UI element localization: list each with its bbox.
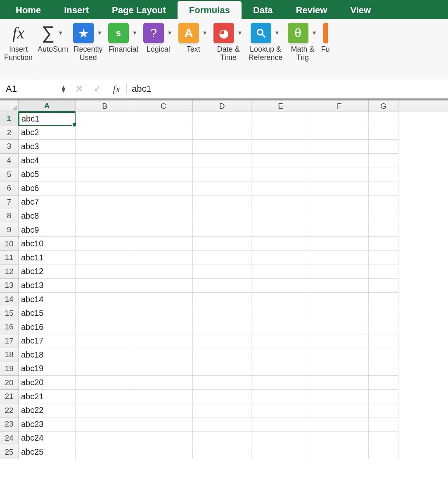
cell-C24[interactable]	[134, 432, 193, 446]
cell-G11[interactable]	[369, 251, 398, 265]
cell-B11[interactable]	[76, 251, 134, 265]
cell-G17[interactable]	[369, 334, 398, 348]
cell-E10[interactable]	[251, 237, 310, 251]
row-header-21[interactable]: 21	[0, 390, 19, 404]
cell-F24[interactable]	[310, 432, 369, 446]
cell-E22[interactable]	[251, 403, 310, 417]
cell-B15[interactable]	[76, 306, 134, 320]
tab-formulas[interactable]: Formulas	[178, 1, 242, 19]
row-header-23[interactable]: 23	[0, 417, 19, 432]
cell-A16[interactable]: abc16	[19, 320, 76, 334]
cell-G23[interactable]	[369, 417, 398, 432]
text-button[interactable]: A ▼ Text	[176, 21, 211, 77]
cell-C19[interactable]	[134, 362, 193, 376]
cell-A9[interactable]: abc9	[19, 223, 76, 237]
cell-C21[interactable]	[134, 390, 193, 404]
cell-F16[interactable]	[310, 320, 369, 334]
cell-A14[interactable]: abc14	[19, 293, 76, 307]
cell-E12[interactable]	[251, 265, 310, 279]
row-header-18[interactable]: 18	[0, 348, 19, 362]
cell-A5[interactable]: abc5	[19, 167, 76, 181]
cell-A21[interactable]: abc21	[19, 390, 76, 404]
column-header-B[interactable]: B	[76, 100, 134, 112]
cell-E15[interactable]	[251, 306, 310, 320]
cell-C5[interactable]	[134, 167, 193, 181]
row-header-20[interactable]: 20	[0, 376, 19, 390]
row-header-2[interactable]: 2	[0, 126, 19, 140]
cell-E3[interactable]	[251, 140, 310, 154]
autosum-button[interactable]: ∑ ▼ AutoSum	[35, 21, 71, 77]
select-all-corner[interactable]	[0, 100, 19, 112]
row-header-5[interactable]: 5	[0, 167, 19, 181]
chevron-down-icon[interactable]: ▼	[166, 28, 173, 38]
row-header-11[interactable]: 11	[0, 251, 19, 265]
cell-C13[interactable]	[134, 279, 193, 293]
cell-D24[interactable]	[193, 432, 251, 446]
tab-insert[interactable]: Insert	[52, 1, 100, 19]
cell-G19[interactable]	[369, 362, 398, 376]
cell-B16[interactable]	[76, 320, 134, 334]
cell-D25[interactable]	[193, 445, 251, 459]
cell-C4[interactable]	[134, 154, 193, 168]
cell-C6[interactable]	[134, 181, 193, 196]
cell-B3[interactable]	[76, 140, 134, 154]
cell-D12[interactable]	[193, 265, 251, 279]
cell-B13[interactable]	[76, 279, 134, 293]
insert-function-group[interactable]: fx Insert Function	[2, 21, 35, 77]
row-header-1[interactable]: 1	[0, 112, 19, 126]
cell-G20[interactable]	[369, 376, 398, 390]
column-header-E[interactable]: E	[251, 100, 310, 112]
cell-D10[interactable]	[193, 237, 251, 251]
cell-D11[interactable]	[193, 251, 251, 265]
row-header-7[interactable]: 7	[0, 196, 19, 210]
cell-A6[interactable]: abc6	[19, 181, 76, 196]
financial-button[interactable]: s ▼ Financial	[106, 21, 141, 77]
cell-D5[interactable]	[193, 167, 251, 181]
cell-D22[interactable]	[193, 403, 251, 417]
cell-A7[interactable]: abc7	[19, 196, 76, 210]
name-box-stepper[interactable]: ▲▼	[60, 86, 66, 93]
row-header-24[interactable]: 24	[0, 432, 19, 446]
cell-B21[interactable]	[76, 390, 134, 404]
cell-B23[interactable]	[76, 417, 134, 432]
cell-E24[interactable]	[251, 432, 310, 446]
cell-G1[interactable]	[369, 112, 398, 126]
lookup-reference-button[interactable]: ▼ Lookup & Reference	[246, 21, 285, 77]
cell-B25[interactable]	[76, 445, 134, 459]
cell-F6[interactable]	[310, 181, 369, 196]
tab-home[interactable]: Home	[4, 1, 52, 19]
cell-E20[interactable]	[251, 376, 310, 390]
chevron-down-icon[interactable]: ▼	[57, 28, 64, 38]
cell-C17[interactable]	[134, 334, 193, 348]
cell-D2[interactable]	[193, 126, 251, 140]
tab-review[interactable]: Review	[284, 1, 339, 19]
cell-B9[interactable]	[76, 223, 134, 237]
row-header-12[interactable]: 12	[0, 265, 19, 279]
row-header-8[interactable]: 8	[0, 209, 19, 223]
cell-C7[interactable]	[134, 196, 193, 210]
cell-A19[interactable]: abc19	[19, 362, 76, 376]
column-header-C[interactable]: C	[134, 100, 193, 112]
cell-B22[interactable]	[76, 403, 134, 417]
cell-G8[interactable]	[369, 209, 398, 223]
cell-A13[interactable]: abc13	[19, 279, 76, 293]
cell-C10[interactable]	[134, 237, 193, 251]
row-header-4[interactable]: 4	[0, 154, 19, 168]
cell-A25[interactable]: abc25	[19, 445, 76, 459]
row-header-15[interactable]: 15	[0, 306, 19, 320]
cell-F4[interactable]	[310, 154, 369, 168]
cell-F17[interactable]	[310, 334, 369, 348]
cell-G15[interactable]	[369, 306, 398, 320]
chevron-down-icon[interactable]: ▼	[131, 28, 138, 38]
cell-G10[interactable]	[369, 237, 398, 251]
cell-A3[interactable]: abc3	[19, 140, 76, 154]
cell-E4[interactable]	[251, 154, 310, 168]
cell-C3[interactable]	[134, 140, 193, 154]
chevron-down-icon[interactable]: ▼	[96, 28, 103, 38]
cell-G3[interactable]	[369, 140, 398, 154]
cell-A10[interactable]: abc10	[19, 237, 76, 251]
cell-E9[interactable]	[251, 223, 310, 237]
row-header-19[interactable]: 19	[0, 362, 19, 376]
tab-view[interactable]: View	[339, 1, 382, 19]
cell-C8[interactable]	[134, 209, 193, 223]
